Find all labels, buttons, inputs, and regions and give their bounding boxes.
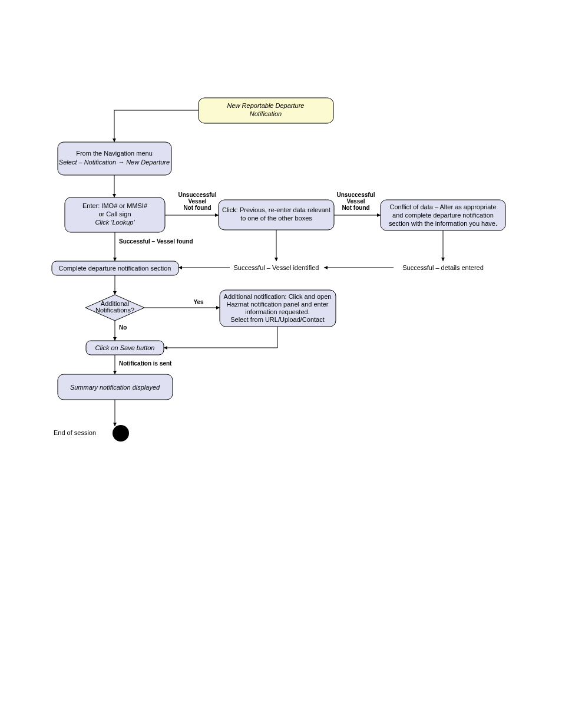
- previous-text-l2: to one of the other boxes: [240, 215, 312, 222]
- enter-text-l3: Click 'Lookup': [95, 219, 135, 226]
- nav-text-l2: Select – Notification → New Departure: [59, 159, 170, 166]
- lbl-succ-found: Successful – Vessel found: [119, 238, 193, 245]
- lbl-yes: Yes: [193, 299, 204, 305]
- end-text: End of session: [54, 429, 96, 436]
- complete-text: Complete departure notification section: [59, 265, 171, 272]
- addnot-text-l1: Additional notification: Click and open: [224, 293, 332, 300]
- save-text: Click on Save button: [95, 344, 155, 351]
- summary-text: Summary notification displayed: [70, 384, 160, 391]
- edge-start-to-nav: [114, 110, 199, 142]
- conflict-text-l2: and complete departure notification: [392, 212, 494, 219]
- nav-text-l1: From the Navigation menu: [76, 150, 153, 157]
- addnot-text-l3: information requested.: [245, 308, 309, 315]
- lbl-unsucc-a-3: Not found: [183, 205, 211, 211]
- start-text-l1: New Reportable Departure: [227, 102, 305, 109]
- lbl-succ-id: Successful – Vessel identified: [234, 264, 319, 271]
- lbl-unsucc-b-1: Unsuccessful: [336, 192, 375, 198]
- lbl-sent: Notification is sent: [119, 360, 172, 367]
- enter-text-l2: or Call sign: [98, 210, 131, 218]
- start-text-l2: Notification: [250, 110, 282, 117]
- addnot-text-l4: Select from URL/Upload/Contact: [230, 316, 325, 323]
- lbl-unsucc-a-1: Unsuccessful: [178, 192, 216, 198]
- conflict-text-l1: Conflict of data – Alter as appropriate: [390, 203, 497, 210]
- decision-text-l2: Notifications?: [95, 307, 134, 314]
- lbl-unsucc-a-2: Vessel: [188, 198, 206, 205]
- lbl-no: No: [119, 324, 127, 331]
- lbl-unsucc-b-2: Vessel: [346, 198, 365, 205]
- edge-addnot-to-save: [164, 327, 277, 348]
- previous-text-l1: Click: Previous, re-enter data relevant: [222, 206, 330, 213]
- conflict-text-l3: section with the information you have.: [389, 220, 497, 227]
- lbl-unsucc-b-3: Not found: [342, 205, 369, 211]
- lbl-succ-details: Successful – details entered: [402, 264, 484, 271]
- end-circle-icon: [113, 425, 129, 442]
- addnot-text-l2: Hazmat notification panel and enter: [226, 301, 328, 308]
- enter-text-l1: Enter: IMO# or MMSI#: [82, 202, 148, 209]
